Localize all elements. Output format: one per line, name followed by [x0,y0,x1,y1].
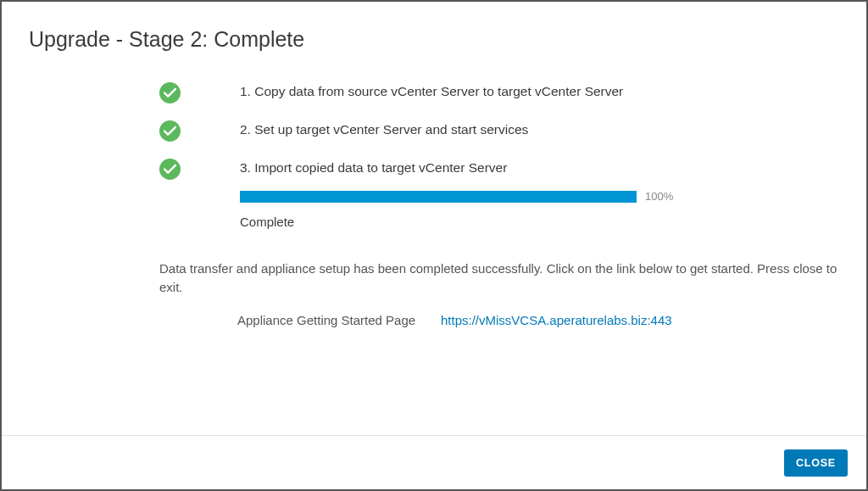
step-3-label: 3. Import copied data to target vCenter … [240,159,719,177]
step-2-label: 2. Set up target vCenter Server and star… [240,120,719,139]
getting-started-url: https://vMissVCSA.aperaturelabs.biz:443 [441,313,672,328]
upgrade-stage2-dialog: Upgrade - Stage 2: Complete 1. Copy data… [0,0,868,491]
dialog-footer: CLOSE [2,435,866,489]
progress-container: 100% [240,189,719,204]
summary-text: Data transfer and appliance setup has be… [159,259,839,297]
summary-block: Data transfer and appliance setup has be… [159,259,839,329]
step-3-content: 3. Import copied data to target vCenter … [240,159,719,231]
check-circle-icon [159,82,181,103]
progress-bar [240,191,637,203]
close-button[interactable]: CLOSE [784,449,848,477]
dialog-title: Upgrade - Stage 2: Complete [29,27,839,52]
progress-status: Complete [240,213,719,231]
steps-list: 1. Copy data from source vCenter Server … [159,82,719,231]
link-row: Appliance Getting Started Page https://v… [237,313,839,328]
step-2: 2. Set up target vCenter Server and star… [159,120,719,142]
step-3: 3. Import copied data to target vCenter … [159,159,719,231]
check-circle-icon [159,120,181,142]
getting-started-label: Appliance Getting Started Page [237,313,441,328]
step-1-label: 1. Copy data from source vCenter Server … [240,82,719,101]
check-circle-icon [159,159,181,180]
step-1: 1. Copy data from source vCenter Server … [159,82,719,103]
getting-started-link[interactable]: https://vMissVCSA.aperaturelabs.biz:443 [441,313,672,327]
progress-percent: 100% [645,189,673,204]
